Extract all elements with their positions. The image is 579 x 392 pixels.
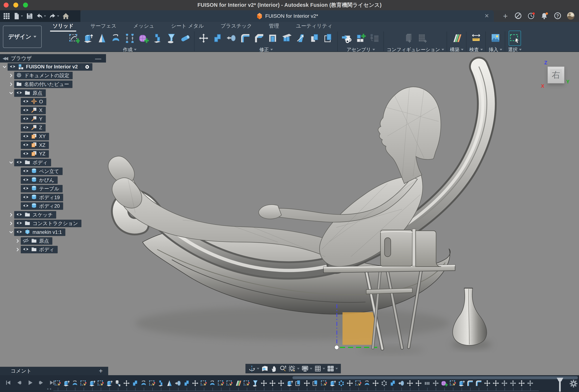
timeline-feature-revolve[interactable] bbox=[139, 379, 148, 387]
tree-item[interactable]: ボディ20 bbox=[21, 202, 63, 210]
insert-derive-button[interactable] bbox=[341, 31, 353, 46]
collapse-panel-icon[interactable]: ◀◀ bbox=[2, 56, 7, 61]
offset-face-button[interactable] bbox=[308, 31, 321, 46]
tree-expander[interactable] bbox=[8, 73, 14, 78]
workspace-selector[interactable]: デザイン bbox=[3, 26, 42, 48]
new-component-button[interactable] bbox=[355, 31, 367, 46]
tree-expander[interactable] bbox=[1, 65, 8, 69]
new-tab-button[interactable]: + bbox=[503, 12, 508, 20]
home-icon[interactable] bbox=[62, 12, 70, 20]
viewport-3d[interactable]: 右 Z X Y ◀◀ ブラウザ — FUISON for Interior v2… bbox=[0, 52, 579, 375]
timeline-feature-sketch[interactable] bbox=[320, 379, 328, 387]
visibility-eye-icon[interactable] bbox=[16, 159, 22, 166]
help-icon[interactable] bbox=[554, 12, 562, 20]
move-button[interactable] bbox=[197, 31, 210, 46]
timeline-feature-extrude[interactable] bbox=[285, 379, 294, 387]
timeline-feature-move[interactable] bbox=[414, 379, 423, 387]
visibility-eye-icon[interactable] bbox=[23, 124, 29, 131]
tree-expander[interactable] bbox=[15, 239, 21, 243]
select-button[interactable] bbox=[509, 31, 521, 46]
timeline-feature-move[interactable] bbox=[302, 379, 311, 387]
ribbon-tab-3[interactable]: メッシュ bbox=[133, 22, 154, 30]
tree-item[interactable]: YZ bbox=[21, 150, 49, 157]
timeline-feature-sketch[interactable] bbox=[53, 379, 62, 387]
timeline-feature-sketch[interactable] bbox=[354, 379, 362, 387]
timeline-feature-extrude[interactable] bbox=[62, 379, 71, 387]
timeline-feature-extrude[interactable] bbox=[328, 379, 337, 387]
tree-item[interactable]: ペン立て bbox=[21, 168, 63, 175]
file-menu-icon[interactable] bbox=[13, 12, 23, 20]
timeline-feature-extrude[interactable] bbox=[457, 379, 466, 387]
tree-item[interactable]: Y bbox=[21, 115, 46, 123]
tree-expander[interactable] bbox=[8, 91, 14, 95]
visibility-eye-icon[interactable] bbox=[23, 151, 29, 157]
fillet-button[interactable] bbox=[239, 31, 251, 46]
tree-expander[interactable] bbox=[8, 230, 14, 235]
timeline-feature-sketch[interactable] bbox=[79, 379, 88, 387]
ribbon-tab-4[interactable]: シート メタル bbox=[171, 22, 204, 30]
revolve-button[interactable] bbox=[96, 31, 108, 46]
tree-item[interactable]: スケッチ bbox=[14, 211, 56, 219]
ribbon-tab-2[interactable]: サーフェス bbox=[90, 22, 117, 30]
tree-item[interactable]: O bbox=[21, 98, 46, 105]
extensions-icon[interactable] bbox=[514, 12, 522, 20]
timeline-feature-loft[interactable] bbox=[251, 379, 260, 387]
create-form-button[interactable] bbox=[138, 31, 150, 46]
timeline-scrollbar[interactable] bbox=[292, 376, 578, 379]
tree-expander[interactable] bbox=[8, 82, 14, 86]
zoom-tool[interactable] bbox=[280, 365, 287, 372]
visibility-eye-icon[interactable] bbox=[23, 142, 29, 149]
ribbon-tab-6[interactable]: 管理 bbox=[269, 22, 279, 30]
tree-item[interactable]: ボディ bbox=[21, 246, 58, 253]
user-avatar[interactable] bbox=[567, 12, 575, 20]
save-icon[interactable] bbox=[26, 12, 33, 20]
timeline-feature-combine[interactable] bbox=[131, 379, 139, 387]
pipe-button[interactable] bbox=[179, 31, 192, 46]
visibility-eye-icon[interactable] bbox=[16, 211, 22, 218]
ribbon-tab-7[interactable]: ユーティリティ bbox=[296, 22, 332, 30]
timeline-feature-pattern[interactable] bbox=[337, 379, 345, 387]
timeline-feature-sketch[interactable] bbox=[448, 379, 457, 387]
timeline-feature-move[interactable] bbox=[492, 379, 500, 387]
minimize-window-button[interactable] bbox=[13, 2, 18, 7]
viewports[interactable] bbox=[327, 365, 338, 372]
ribbon-tab-1[interactable]: ソリッド bbox=[53, 22, 74, 30]
tree-item[interactable]: テーブル bbox=[21, 185, 63, 192]
shell-button[interactable] bbox=[267, 31, 279, 46]
tree-item[interactable]: FUISON for Interior v2 bbox=[8, 63, 92, 71]
tree-item[interactable]: 名前の付いたビュー bbox=[14, 81, 72, 88]
measure-button[interactable] bbox=[470, 31, 482, 46]
tree-expander[interactable] bbox=[15, 247, 21, 252]
look-at-tool[interactable] bbox=[261, 365, 269, 372]
job-status-icon[interactable] bbox=[527, 12, 535, 20]
visibility-eye-icon[interactable] bbox=[16, 220, 22, 227]
close-window-button[interactable] bbox=[4, 2, 8, 7]
timeline-feature-sweep[interactable] bbox=[156, 379, 165, 387]
close-tab-button[interactable]: ✕ bbox=[485, 13, 489, 19]
tree-item[interactable]: XZ bbox=[21, 142, 49, 149]
timeline-feature-revolve[interactable] bbox=[208, 379, 217, 387]
tree-item[interactable]: コンストラクション bbox=[14, 220, 81, 227]
timeline-feature-shell[interactable] bbox=[294, 379, 302, 387]
timeline-feature-sketch[interactable] bbox=[148, 379, 156, 387]
play-button[interactable] bbox=[27, 380, 33, 387]
timeline-feature-move-gray[interactable] bbox=[509, 379, 517, 387]
timeline-feature-sketch[interactable] bbox=[242, 379, 251, 387]
tree-item[interactable]: かびん bbox=[21, 176, 58, 184]
tree-item[interactable]: XY bbox=[21, 133, 49, 140]
visibility-eye-icon[interactable] bbox=[23, 107, 29, 114]
timeline-feature-move[interactable] bbox=[406, 379, 414, 387]
timeline-feature-fillet[interactable] bbox=[466, 379, 474, 387]
timeline-feature-extrude[interactable] bbox=[105, 379, 114, 387]
timeline-feature-sketch[interactable] bbox=[96, 379, 105, 387]
timeline-feature-move[interactable] bbox=[260, 379, 268, 387]
timeline-feature-pattern-gray[interactable] bbox=[380, 379, 388, 387]
sketch-profile[interactable] bbox=[343, 312, 374, 345]
replace-face-button[interactable] bbox=[322, 31, 335, 46]
display-settings[interactable] bbox=[301, 365, 312, 372]
timeline-feature-revolve[interactable] bbox=[362, 379, 371, 387]
chamfer-button[interactable] bbox=[253, 31, 265, 46]
visibility-eye-icon[interactable] bbox=[23, 185, 29, 192]
minimize-panel-icon[interactable]: — bbox=[95, 55, 101, 62]
timeline-playhead[interactable] bbox=[557, 378, 563, 392]
